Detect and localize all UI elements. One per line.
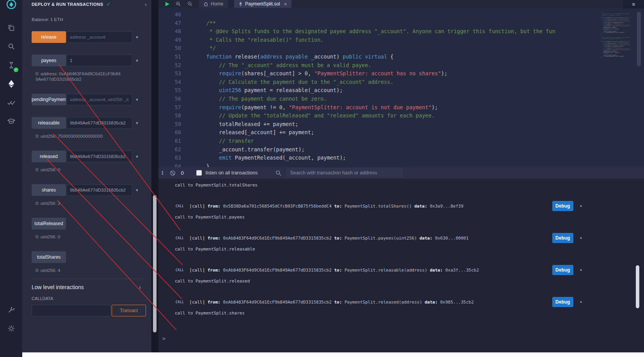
tab-paymentsplit-label: PaymentSplit.sol xyxy=(245,1,280,7)
info-icon[interactable]: i xyxy=(139,285,141,290)
deploy-and-run-icon[interactable] xyxy=(5,78,18,90)
function-row: released▾ xyxy=(32,151,151,162)
debug-button[interactable]: Debug xyxy=(552,297,573,307)
solidity-compiler-icon[interactable]: ✓ xyxy=(5,59,18,71)
pendingPayment-args-input[interactable] xyxy=(67,94,132,105)
settings-gear-icon[interactable] xyxy=(5,323,18,334)
line-number: 60 xyxy=(158,128,181,137)
chevron-down-icon[interactable]: ▾ xyxy=(580,203,582,209)
tab-home-label: Home xyxy=(211,1,223,7)
zoom-out-icon[interactable] xyxy=(187,1,193,7)
function-row: release▾ xyxy=(32,31,151,43)
code-line: 47 /** xyxy=(158,19,598,28)
call-result: 0: uint256: 750000000000000000 xyxy=(32,133,122,139)
released-args-input[interactable] xyxy=(67,151,132,162)
code-line: 64 } xyxy=(158,162,598,167)
debug-button[interactable]: Debug xyxy=(552,265,573,275)
remix-ide-window: ✓ DEPLOY & RUN TRANSACTIONS ✓ › Balance:… xyxy=(0,0,644,357)
releasable-args-box xyxy=(66,117,132,129)
search-icon[interactable] xyxy=(5,41,18,52)
releasable-button[interactable]: releasable xyxy=(32,117,66,129)
icon-rail: ✓ xyxy=(0,0,22,357)
chevron-down-icon[interactable]: ▾ xyxy=(132,154,142,159)
transact-button[interactable]: Transact xyxy=(112,305,146,316)
panel-scrollbar[interactable] xyxy=(153,195,157,332)
pendingPayment-args-box xyxy=(66,94,132,105)
terminal-call-row: CALL[call] from: 0xAb8483F64d9C6d1EcF9b8… xyxy=(158,233,644,243)
debug-button[interactable]: Debug xyxy=(552,201,573,211)
terminal-search-icon xyxy=(276,170,281,176)
line-number: 62 xyxy=(158,146,181,154)
chevron-down-icon[interactable]: ▾ xyxy=(580,299,582,305)
totalShares-button[interactable]: totalShares xyxy=(32,251,66,263)
terminal-scrollbar[interactable] xyxy=(636,265,639,308)
chevron-down-icon[interactable]: ▾ xyxy=(132,188,142,193)
terminal-toolbar: ▴▾ 0 listen on all transactions xyxy=(158,167,644,179)
shares-args-box xyxy=(66,184,132,196)
code-line: 59 totalReleased += payment; xyxy=(158,120,598,129)
remix-logo-icon[interactable] xyxy=(5,0,18,10)
function-block-payees: payees▾0: address: 0xAb8483F64d9C6d1EcF9… xyxy=(32,55,151,82)
code-text: */ xyxy=(181,44,216,53)
code-text: emit PaymentReleased(_account, payment); xyxy=(181,154,346,162)
code-text: require(shares[_account] > 0, "PaymentSp… xyxy=(181,69,447,78)
calldata-input[interactable] xyxy=(32,305,111,316)
function-block-pendingPayment: pendingPayment▾ xyxy=(32,94,151,105)
unit-testing-icon[interactable] xyxy=(5,97,18,108)
terminal-log: call to PaymentSplit.totalSharesCALL[cal… xyxy=(158,179,644,352)
chevron-right-icon[interactable]: › xyxy=(145,1,147,7)
function-row: totalReleased xyxy=(32,218,151,229)
totalReleased-button[interactable]: totalReleased xyxy=(32,218,66,229)
terminal-search-input[interactable] xyxy=(286,168,403,178)
code-line: 58 // Update the "totalReleased" and "re… xyxy=(158,112,598,120)
debug-button[interactable]: Debug xyxy=(552,233,573,243)
shares-button[interactable]: shares xyxy=(32,184,66,196)
code-line: 54 // Calculate the payment due to the "… xyxy=(158,78,598,87)
learneth-icon[interactable] xyxy=(5,115,18,127)
chevron-down-icon[interactable]: ▾ xyxy=(580,235,582,241)
solidity-file-icon xyxy=(239,2,242,6)
zoom-in-icon[interactable] xyxy=(176,1,181,7)
tab-paymentsplit[interactable]: PaymentSplit.sol × xyxy=(234,0,292,8)
editor-scrollbar[interactable] xyxy=(637,12,641,66)
chevron-down-icon[interactable]: ▾ xyxy=(580,267,582,273)
payees-args-input[interactable] xyxy=(67,55,132,66)
chevron-down-icon[interactable]: ▾ xyxy=(132,121,142,126)
call-summary: [call] from: 0xAb8483F64d9C6d1EcF9b849Ae… xyxy=(189,236,468,241)
payees-button[interactable]: payees xyxy=(32,55,66,66)
code-line: 51 function release(address payable _acc… xyxy=(158,53,598,61)
code-text xyxy=(181,11,194,19)
function-block-release: release▾ xyxy=(32,31,151,43)
code-line: 61 // transfer xyxy=(158,137,598,146)
terminal-resize-icon[interactable]: ▴▾ xyxy=(162,170,164,176)
released-button[interactable]: released xyxy=(32,151,66,162)
tab-home[interactable]: Home xyxy=(199,0,228,8)
clear-console-icon[interactable] xyxy=(170,170,176,176)
terminal-prompt[interactable]: > xyxy=(158,336,644,341)
hamburger-menu-icon[interactable]: ≡ xyxy=(623,0,644,9)
low-level-title: Low level interactions xyxy=(32,284,84,290)
panel-gutter xyxy=(151,0,158,352)
function-block-shares: shares▾0: uint256: 3 xyxy=(32,184,151,206)
chevron-down-icon[interactable]: ▾ xyxy=(132,58,142,63)
release-args-input[interactable] xyxy=(67,32,132,43)
chevron-down-icon[interactable]: ▾ xyxy=(132,97,142,102)
close-tab-icon[interactable]: × xyxy=(284,1,287,7)
run-script-icon[interactable] xyxy=(165,2,169,6)
listen-all-checkbox[interactable] xyxy=(196,170,202,176)
chevron-down-icon[interactable]: ▾ xyxy=(132,35,142,40)
shares-args-input[interactable] xyxy=(67,185,132,195)
code-text: // Update the "totalReleased" and "relea… xyxy=(181,112,435,120)
releasable-args-input[interactable] xyxy=(67,117,132,128)
low-level-section: Low level interactions i CALLDATA Transa… xyxy=(32,279,146,316)
code-line: 57 require(payment != 0, "PaymentSplitte… xyxy=(158,103,598,112)
function-row: payees▾ xyxy=(32,55,151,66)
terminal-log-line: call to PaymentSplit.released xyxy=(158,275,644,286)
minimap[interactable]: /** * @dev Splits funds to the designate… xyxy=(599,11,630,164)
release-button[interactable]: release xyxy=(32,31,66,43)
file-explorer-icon[interactable] xyxy=(5,22,18,34)
pendingPayment-button[interactable]: pendingPayment xyxy=(32,94,66,105)
tools-wrench-icon[interactable] xyxy=(5,304,18,316)
code-editor[interactable]: 4647 /**48 * @dev Splits funds to the de… xyxy=(158,8,644,167)
terminal-log-line: call to PaymentSplit.releasable xyxy=(158,243,644,254)
